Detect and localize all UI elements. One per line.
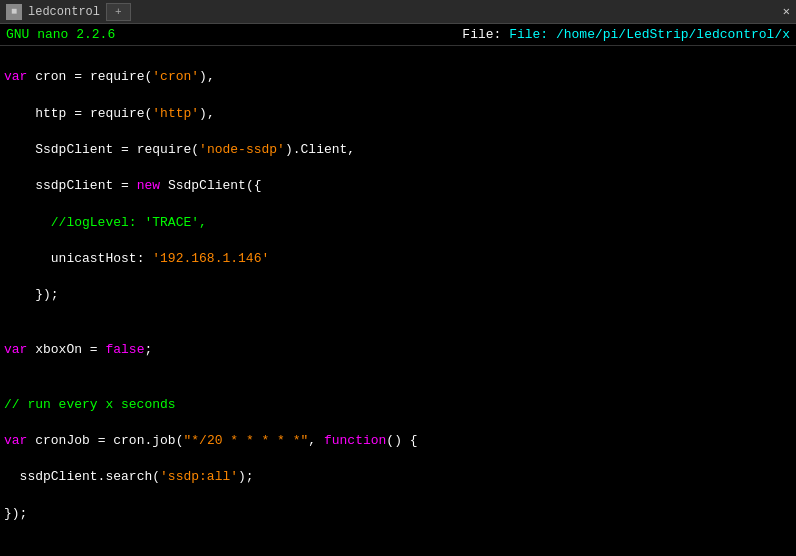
title-bar-left: ■ ledcontrol + xyxy=(6,3,131,21)
menu-bar: GNU nano 2.2.6 File: File: /home/pi/LedS… xyxy=(0,24,796,46)
title-bar: ■ ledcontrol + ✕ xyxy=(0,0,796,24)
app-name: GNU nano 2.2.6 xyxy=(6,27,115,42)
window-title: ledcontrol xyxy=(28,5,100,19)
file-path: File: File: /home/pi/LedStrip/ledcontrol… xyxy=(462,27,790,42)
close-button[interactable]: ✕ xyxy=(783,4,790,19)
new-tab-button[interactable]: + xyxy=(106,3,131,21)
app-icon: ■ xyxy=(6,4,22,20)
editor[interactable]: var cron = require('cron'), http = requi… xyxy=(0,46,796,556)
